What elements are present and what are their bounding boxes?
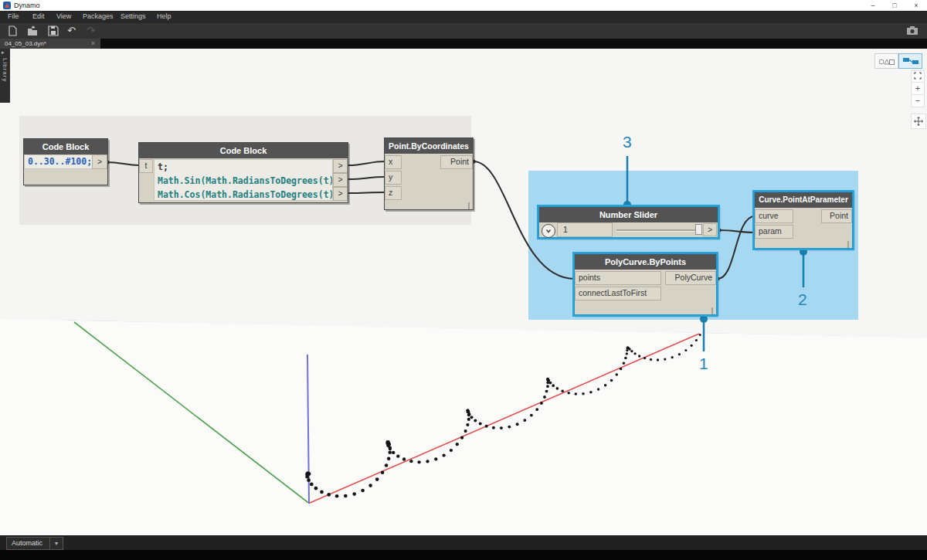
output-port-point[interactable]: Point: [821, 209, 852, 223]
code-line-1[interactable]: t;: [158, 160, 332, 174]
tab-file[interactable]: 04_05_03.dyn* ×: [0, 39, 100, 49]
dynamo-window: { "window": {"title": "Dynamo", "minimiz…: [0, 0, 927, 560]
open-file-icon[interactable]: [27, 25, 38, 36]
code-line-3[interactable]: Math.Cos(Math.RadiansToDegrees(t));: [158, 188, 332, 201]
output-port-polycurve[interactable]: PolyCurve: [665, 271, 716, 285]
input-port-z[interactable]: z: [385, 186, 402, 200]
pan-button[interactable]: [911, 114, 926, 129]
toolbar: ↶ ↷: [0, 23, 927, 39]
zoom-in-button[interactable]: +: [911, 83, 925, 95]
geometry-view-toggle[interactable]: [874, 53, 898, 69]
slider-collapse-button[interactable]: [542, 224, 555, 238]
menu-help[interactable]: Help: [157, 12, 171, 20]
chevron-down-icon: [545, 227, 552, 235]
zoom-out-button[interactable]: −: [911, 95, 925, 107]
node-expand-handle[interactable]: |: [468, 202, 470, 209]
new-file-icon[interactable]: [7, 25, 18, 36]
export-screenshot-camera-icon[interactable]: [907, 25, 918, 36]
node-title[interactable]: Code Block: [139, 143, 348, 158]
run-mode-value: Automatic: [7, 538, 49, 549]
annotation-1[interactable]: 1: [699, 355, 708, 373]
node-polycurve-by-points[interactable]: PolyCurve.ByPoints points connectLastToF…: [574, 253, 717, 315]
node-title[interactable]: Code Block: [24, 139, 107, 154]
node-expand-handle[interactable]: |: [711, 307, 713, 314]
output-port-2[interactable]: >: [333, 173, 348, 187]
menu-view[interactable]: View: [56, 12, 71, 20]
menu-packages[interactable]: Packages: [83, 12, 114, 20]
node-curve-point-at-parameter[interactable]: Curve.PointAtParameter curve param Point…: [754, 192, 853, 249]
pan-icon: [914, 117, 923, 126]
output-port[interactable]: >: [703, 223, 717, 236]
node-code-block-2[interactable]: Code Block t t; Math.Sin(Math.RadiansToD…: [138, 142, 348, 203]
library-label: Library: [2, 58, 8, 82]
slider-track[interactable]: [616, 229, 700, 232]
graph-canvas[interactable]: [0, 0, 927, 560]
node-point-by-coordinates[interactable]: Point.ByCoordinates x y z Point |: [384, 137, 474, 210]
menu-bar: File Edit View Packages Settings Help: [0, 11, 927, 23]
node-expand-handle[interactable]: |: [847, 240, 849, 248]
menu-file[interactable]: File: [8, 12, 19, 20]
redo-icon[interactable]: ↷: [87, 25, 97, 36]
slider-handle[interactable]: [695, 224, 702, 235]
close-button[interactable]: ×: [905, 0, 927, 11]
menu-settings[interactable]: Settings: [121, 12, 146, 20]
input-port-x[interactable]: x: [385, 155, 402, 169]
library-panel-collapsed[interactable]: ▸ Library: [0, 49, 10, 103]
chevron-down-icon: ▾: [49, 538, 63, 549]
output-port-3[interactable]: >: [333, 187, 348, 201]
fit-view-button[interactable]: [911, 70, 925, 83]
save-icon[interactable]: [48, 25, 59, 36]
node-title[interactable]: Curve.PointAtParameter: [755, 192, 852, 208]
undo-icon[interactable]: ↶: [67, 25, 78, 36]
menu-edit[interactable]: Edit: [32, 12, 45, 20]
input-port-points[interactable]: points: [575, 271, 661, 285]
view-toggle-group: [874, 53, 922, 69]
output-port-1[interactable]: >: [333, 159, 348, 173]
node-graph-icon: [902, 56, 919, 66]
bottom-edge: [0, 550, 927, 560]
input-port-y[interactable]: y: [385, 171, 402, 185]
slider-value[interactable]: 1: [557, 222, 613, 237]
code-text[interactable]: 0..30..#100;: [28, 156, 92, 167]
maximize-button[interactable]: □: [884, 0, 905, 11]
minimize-button[interactable]: –: [862, 0, 884, 11]
node-title[interactable]: PolyCurve.ByPoints: [575, 254, 716, 270]
input-port-curve[interactable]: curve: [755, 209, 793, 223]
fit-view-icon: [914, 72, 922, 80]
code-line-2[interactable]: Math.Sin(Math.RadiansToDegrees(t));: [158, 174, 332, 188]
status-bar: Automatic ▾: [0, 535, 927, 550]
node-title[interactable]: Number Slider: [539, 207, 718, 222]
node-title[interactable]: Point.ByCoordinates: [385, 138, 473, 154]
run-mode-dropdown[interactable]: Automatic ▾: [6, 537, 63, 550]
tab-close-icon[interactable]: ×: [91, 39, 95, 49]
output-port-point[interactable]: Point: [440, 155, 473, 169]
title-bar: Dynamo – □ ×: [0, 0, 927, 11]
geometry-shapes-icon: [878, 56, 895, 66]
node-number-slider[interactable]: Number Slider 1 >: [538, 206, 718, 238]
input-port-connectlasttofirst[interactable]: connectLastToFirst: [575, 287, 661, 300]
output-port[interactable]: >: [92, 154, 107, 169]
zoom-controls: + −: [911, 70, 925, 107]
annotation-2[interactable]: 2: [798, 290, 807, 309]
annotation-3[interactable]: 3: [623, 133, 632, 151]
window-title: Dynamo: [14, 2, 40, 9]
node-code-block-1[interactable]: Code Block 0..30..#100; >: [23, 138, 108, 185]
input-port-param[interactable]: param: [755, 225, 793, 239]
library-expand-icon[interactable]: ▸: [2, 49, 5, 56]
graph-view-toggle[interactable]: [898, 53, 922, 69]
tab-label: 04_05_03.dyn*: [5, 40, 46, 47]
input-port-t[interactable]: t: [139, 159, 153, 173]
tab-strip: 04_05_03.dyn* ×: [0, 39, 927, 49]
dynamo-logo: [3, 2, 11, 9]
